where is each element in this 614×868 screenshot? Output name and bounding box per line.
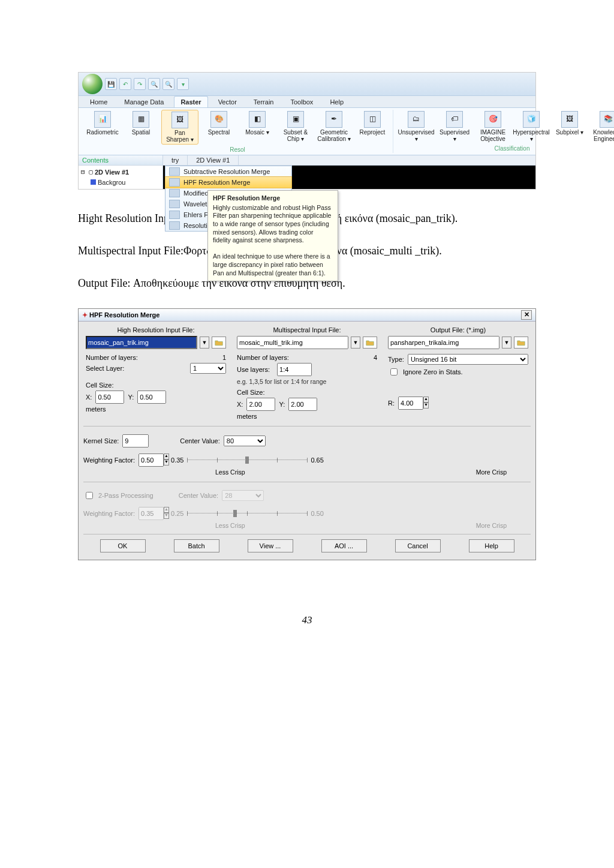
num-layers-high-label: Number of layers: bbox=[86, 354, 138, 361]
dropdown-icon[interactable]: ▼ bbox=[200, 337, 209, 349]
hyperspectral-button[interactable]: 🧊Hyperspectral ▾ bbox=[513, 110, 549, 143]
output-file-input[interactable] bbox=[388, 336, 499, 349]
dropdown-icon[interactable]: ▼ bbox=[351, 337, 360, 349]
weighting-factor-2-spinner: ▲▼ bbox=[139, 507, 167, 520]
close-button[interactable]: ✕ bbox=[521, 310, 532, 320]
view-tab-try[interactable]: try bbox=[163, 155, 188, 165]
reproject-button[interactable]: ◫Reproject bbox=[354, 110, 390, 145]
spatial-button[interactable]: ▦Spatial bbox=[123, 110, 159, 145]
two-pass-label: 2-Pass Processing bbox=[98, 492, 154, 499]
qat-dropdown-icon[interactable]: ▾ bbox=[177, 78, 189, 90]
subpixel-button[interactable]: 🖼Subpixel ▾ bbox=[552, 110, 588, 143]
cell-x-multi-input[interactable] bbox=[246, 398, 275, 411]
center-value-dropdown[interactable]: 80 bbox=[224, 435, 266, 446]
num-layers-multi-label: Number of layers: bbox=[237, 354, 289, 361]
aoi-button[interactable]: AOI ... bbox=[321, 539, 367, 552]
menu-icon bbox=[169, 167, 180, 176]
kernel-size-label: Kernel Size: bbox=[83, 437, 119, 444]
spatial-icon: ▦ bbox=[133, 111, 149, 128]
objective-icon: 🎯 bbox=[484, 111, 501, 128]
mosaic-icon: ◧ bbox=[249, 111, 266, 128]
tab-home[interactable]: Home bbox=[83, 96, 114, 107]
multi-file-input[interactable] bbox=[237, 336, 348, 349]
tree-root-row[interactable]: ⊟ ▢2D View #1 bbox=[81, 167, 160, 178]
tree-child-row[interactable]: Backgrou bbox=[81, 178, 160, 188]
dialog-titlebar: ✦ HPF Resolution Merge ✕ bbox=[79, 309, 535, 322]
geometric-calibration-button[interactable]: ✒Geometric Calibration ▾ bbox=[316, 110, 352, 145]
view-button[interactable]: View ... bbox=[248, 539, 293, 552]
menu-subtractive[interactable]: Subtractive Resolution Merge bbox=[165, 166, 291, 177]
contents-tree[interactable]: ⊟ ▢2D View #1 Backgrou bbox=[79, 166, 162, 189]
undo-icon[interactable]: ↶ bbox=[119, 78, 131, 90]
menu-icon bbox=[169, 200, 180, 208]
radiometric-button[interactable]: 📊Radiometric bbox=[85, 110, 121, 145]
2d-view-canvas[interactable]: Subtractive Resolution Merge HPF Resolut… bbox=[163, 166, 535, 189]
ribbon-tabs: Home Manage Data Raster Vector Terrain T… bbox=[79, 96, 535, 107]
view-tabs: try 2D View #1 bbox=[163, 155, 535, 166]
two-pass-checkbox[interactable] bbox=[86, 492, 93, 499]
group-caption-left: Resol bbox=[230, 145, 245, 153]
zoom-out-icon[interactable]: 🔍 bbox=[162, 78, 174, 90]
hpf-tooltip: HPF Resolution Merge Highly customizable… bbox=[207, 190, 338, 281]
pan-sharpen-button[interactable]: 🖼Pan Sharpen ▾ bbox=[161, 110, 198, 145]
save-icon[interactable]: 💾 bbox=[105, 78, 117, 90]
select-layer-dropdown[interactable]: 1 bbox=[190, 363, 226, 374]
knowledge-engineer-button[interactable]: 📚Knowledge Engineer ▾ bbox=[590, 110, 614, 143]
cell-size-multi-label: Cell Size: bbox=[237, 389, 377, 396]
unsupervised-button[interactable]: 🗂Unsupervised ▾ bbox=[398, 110, 434, 143]
dialog-title: HPF Resolution Merge bbox=[89, 311, 159, 319]
help-button[interactable]: Help bbox=[469, 539, 514, 552]
tab-manage-data[interactable]: Manage Data bbox=[118, 96, 170, 107]
ignore-zero-label: Ignore Zero in Stats. bbox=[403, 368, 463, 376]
knowledge-icon: 📚 bbox=[600, 111, 614, 128]
r-spinner[interactable]: ▲▼ bbox=[398, 397, 427, 410]
multi-column: Multispectral Input File: ▼ Number of la… bbox=[234, 326, 380, 420]
view-tab-2dview[interactable]: 2D View #1 bbox=[188, 155, 239, 165]
spectral-button[interactable]: 🎨Spectral bbox=[201, 110, 237, 145]
cancel-button[interactable]: Cancel bbox=[395, 539, 441, 552]
high-res-title: High Resolution Input File: bbox=[86, 326, 226, 334]
cell-y-multi-input[interactable] bbox=[288, 398, 317, 411]
kernel-size-input[interactable] bbox=[122, 434, 149, 447]
open-file-icon[interactable] bbox=[514, 337, 528, 349]
open-file-icon[interactable] bbox=[363, 337, 377, 349]
pan-sharpen-dropdown: Subtractive Resolution Merge HPF Resolut… bbox=[165, 166, 292, 232]
geometric-icon: ✒ bbox=[326, 111, 342, 128]
cell-y-high-input[interactable] bbox=[137, 391, 166, 404]
dropdown-icon[interactable]: ▼ bbox=[502, 337, 511, 349]
high-res-file-input[interactable] bbox=[86, 336, 197, 349]
pan-sharpen-icon: 🖼 bbox=[171, 112, 188, 128]
tab-raster[interactable]: Raster bbox=[174, 96, 207, 107]
imagine-objective-button[interactable]: 🎯IMAGINE Objective bbox=[475, 110, 511, 143]
meters-label: meters bbox=[86, 406, 226, 413]
weighting-factor-label: Weighting Factor: bbox=[83, 456, 135, 464]
ok-button[interactable]: OK bbox=[100, 539, 146, 552]
zoom-in-icon[interactable]: 🔍 bbox=[148, 78, 160, 90]
tab-terrain[interactable]: Terrain bbox=[247, 96, 281, 107]
use-layers-input[interactable] bbox=[277, 363, 312, 376]
subset-chip-button[interactable]: ▣Subset & Chip ▾ bbox=[278, 110, 314, 145]
type-dropdown[interactable]: Unsigned 16 bit bbox=[408, 354, 528, 365]
app-orb-icon[interactable] bbox=[82, 74, 103, 94]
batch-button[interactable]: Batch bbox=[174, 539, 219, 552]
weighting-slider[interactable] bbox=[187, 456, 307, 464]
y-label: Y: bbox=[128, 394, 134, 401]
tab-vector[interactable]: Vector bbox=[212, 96, 243, 107]
more-crisp-label: More Crisp bbox=[476, 468, 507, 476]
ignore-zero-checkbox[interactable] bbox=[390, 368, 398, 376]
wf-min: 0.35 bbox=[171, 456, 183, 464]
menu-hpf[interactable]: HPF Resolution Merge bbox=[165, 176, 292, 188]
menu-icon bbox=[169, 178, 180, 187]
dialog-button-bar: OK Batch View ... AOI ... Cancel Help bbox=[83, 534, 531, 555]
weighting-factor-spinner[interactable]: ▲▼ bbox=[139, 453, 167, 467]
tab-help[interactable]: Help bbox=[323, 96, 350, 107]
supervised-button[interactable]: 🏷Supervised ▾ bbox=[437, 110, 472, 143]
cell-x-high-input[interactable] bbox=[95, 391, 124, 404]
tab-toolbox[interactable]: Toolbox bbox=[284, 96, 320, 107]
spectral-icon: 🎨 bbox=[210, 111, 227, 128]
open-file-icon[interactable] bbox=[212, 337, 226, 349]
num-layers-multi-value: 4 bbox=[374, 354, 377, 361]
mosaic-button[interactable]: ◧Mosaic ▾ bbox=[239, 110, 275, 145]
select-layer-label: Select Layer: bbox=[86, 365, 124, 372]
redo-icon[interactable]: ↷ bbox=[134, 78, 146, 90]
